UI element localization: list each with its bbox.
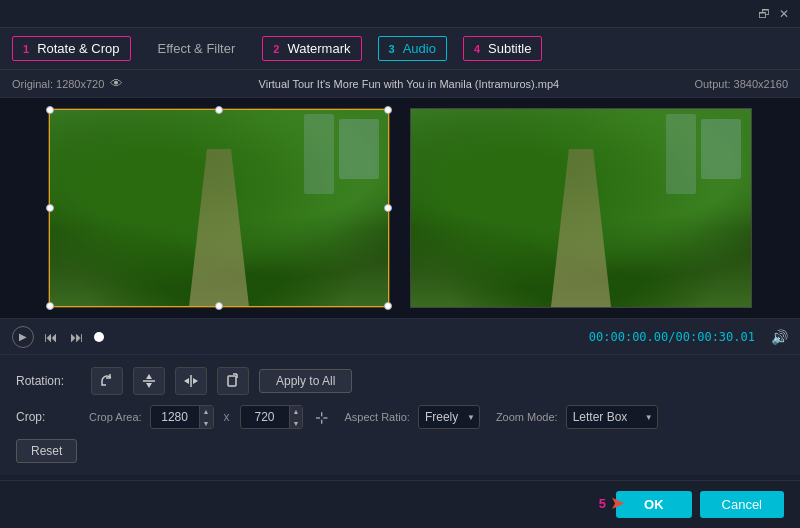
width-input[interactable] [151,410,199,424]
rotate-90-button[interactable] [217,367,249,395]
time-display: 00:00:00.00/00:00:30.01 [112,330,755,344]
svg-marker-1 [146,374,152,379]
cancel-button[interactable]: Cancel [700,491,784,518]
svg-marker-4 [184,378,189,384]
aspect-ratio-select-wrap: Freely 16:9 4:3 1:1 [418,405,480,429]
rotate-left-button[interactable] [91,367,123,395]
handle-bottom-left[interactable] [46,302,54,310]
tab-label-audio: Audio [403,41,436,56]
svg-marker-5 [193,378,198,384]
controls-area: Rotation: [0,354,800,475]
tab-rotate-crop[interactable]: 1 Rotate & Crop [12,36,131,61]
video-preview-right [410,108,752,308]
flip-horizontal-button[interactable] [175,367,207,395]
play-button[interactable]: ▶ [12,326,34,348]
rotation-label: Rotation: [16,374,81,388]
apply-to-all-button[interactable]: Apply to All [259,369,352,393]
skip-back-button[interactable]: ⏮ [42,327,60,347]
aspect-ratio-select[interactable]: Freely 16:9 4:3 1:1 [418,405,480,429]
tab-label-watermark: Watermark [287,41,350,56]
title-bar: 🗗 ✕ [0,0,800,28]
crop-row: Crop: Crop Area: ▲ ▼ x ▲ ▼ ⊹ Aspect Rati… [16,405,784,429]
tabs-bar: 1 Rotate & Crop Effect & Filter 2 Waterm… [0,28,800,70]
tab-audio[interactable]: 3 Audio [378,36,447,61]
step5-badge: 5 [599,496,606,511]
tab-label-effect: Effect & Filter [158,41,236,56]
eye-icon[interactable]: 👁 [110,76,123,91]
crop-label: Crop: [16,410,81,424]
step5-indicator: 5 ➤ [599,492,625,514]
info-bar: Original: 1280x720 👁 Virtual Tour It's M… [0,70,800,98]
height-input-group: ▲ ▼ [240,405,304,429]
tab-badge-4: 4 [474,43,480,55]
handle-top-mid[interactable] [215,106,223,114]
handle-top-right[interactable] [384,106,392,114]
width-down-button[interactable]: ▼ [199,417,213,429]
skip-forward-button[interactable]: ⏭ [68,327,86,347]
tab-label-rotate-crop: Rotate & Crop [37,41,119,56]
tab-badge-2: 2 [273,43,279,55]
svg-marker-2 [146,383,152,388]
tab-watermark[interactable]: 2 Watermark [262,36,361,61]
move-icon[interactable]: ⊹ [315,408,328,427]
video-preview-left [48,108,390,308]
x-separator: x [222,410,232,424]
flip-vertical-button[interactable] [133,367,165,395]
width-up-button[interactable]: ▲ [199,405,213,417]
handle-top-left[interactable] [46,106,54,114]
volume-icon[interactable]: 🔊 [771,329,788,345]
zoom-mode-select-wrap: Letter Box Pan & Scan Full [566,405,658,429]
zoom-mode-label: Zoom Mode: [496,411,558,423]
crop-area-label: Crop Area: [89,411,142,423]
tab-label-subtitle: Subtitle [488,41,531,56]
rotation-row: Rotation: [16,367,784,395]
handle-bottom-mid[interactable] [215,302,223,310]
ok-button[interactable]: OK [616,491,692,518]
zoom-mode-select[interactable]: Letter Box Pan & Scan Full [566,405,658,429]
bottom-bar: 5 ➤ OK Cancel [0,480,800,528]
step5-arrow: ➤ [610,492,625,514]
filename-label: Virtual Tour It's More Fun with You in M… [123,78,694,90]
progress-dot[interactable] [94,332,104,342]
playback-bar: ▶ ⏮ ⏭ 00:00:00.00/00:00:30.01 🔊 [0,318,800,354]
aspect-ratio-label: Aspect Ratio: [344,411,409,423]
tab-badge-3: 3 [389,43,395,55]
width-input-group: ▲ ▼ [150,405,214,429]
restore-button[interactable]: 🗗 [756,6,772,22]
tab-effect-filter[interactable]: Effect & Filter [147,36,247,61]
time-current: 00:00:00.00 [589,330,668,344]
output-resolution: Output: 3840x2160 [694,78,788,90]
close-button[interactable]: ✕ [776,6,792,22]
height-up-button[interactable]: ▲ [289,405,303,417]
handle-mid-right[interactable] [384,204,392,212]
tab-subtitle[interactable]: 4 Subtitle [463,36,543,61]
handle-bottom-right[interactable] [384,302,392,310]
tab-badge-1: 1 [23,43,29,55]
height-down-button[interactable]: ▼ [289,417,303,429]
crop-overlay[interactable] [49,109,389,307]
height-input[interactable] [241,410,289,424]
reset-button[interactable]: Reset [16,439,77,463]
original-resolution: Original: 1280x720 [12,78,104,90]
time-total: 00:00:30.01 [676,330,755,344]
handle-mid-left[interactable] [46,204,54,212]
svg-rect-6 [228,376,236,386]
preview-area [0,98,800,318]
